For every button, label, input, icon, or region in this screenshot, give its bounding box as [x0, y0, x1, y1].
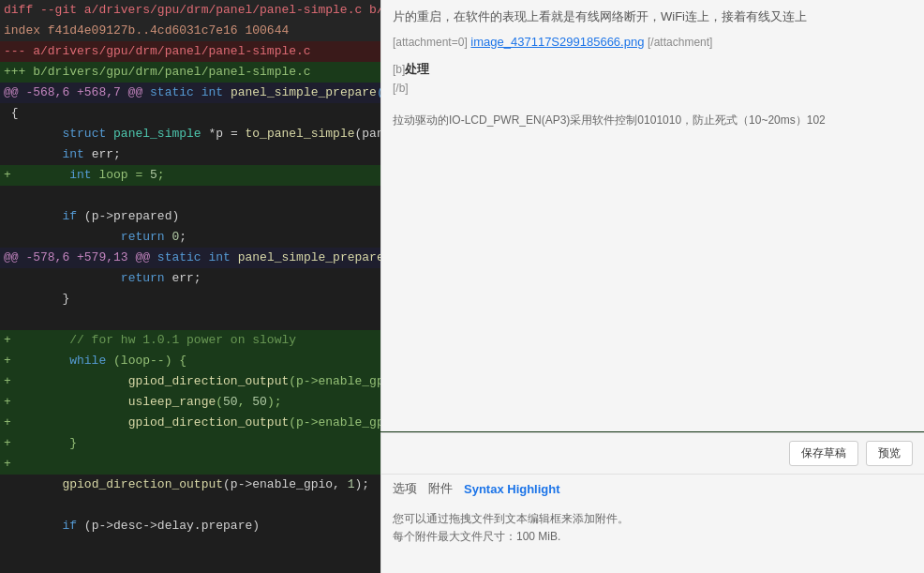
toolbar-buttons-row: 保存草稿 预览 [381, 433, 924, 475]
preview-button[interactable]: 预览 [866, 441, 913, 466]
attachment-tag-close: [/attachment] [648, 36, 712, 49]
toolbar-note: 您可以通过拖拽文件到文本编辑框来添加附件。 每个附件最大文件尺寸：100 MiB… [381, 503, 924, 553]
forum-spacer2 [393, 98, 913, 106]
forum-b-end: [/b] [393, 79, 913, 98]
toolbar-tabs-row: 选项 附件 Syntax Highlight [381, 475, 924, 503]
attachment-tag-open: [attachment=0] [393, 36, 468, 49]
forum-content: 片的重启，在软件的表现上看就是有线网络断开，WiFi连上，接着有线又连上 [at… [381, 0, 924, 137]
toolbar-note-line2: 每个附件最大文件尺寸：100 MiB. [393, 528, 913, 546]
forum-description: 拉动驱动的IO-LCD_PWR_EN(AP3)采用软件控制0101010，防止死… [393, 112, 913, 129]
tab-attachments[interactable]: 附件 [428, 480, 453, 497]
forum-overlay: 片的重启，在软件的表现上看就是有线网络断开，WiFi连上，接着有线又连上 [at… [380, 0, 924, 431]
forum-b-text: 处理 [405, 62, 429, 76]
bottom-toolbar: 保存草稿 预览 选项 附件 Syntax Highlight 您可以通过拖拽文件… [380, 432, 924, 573]
b-open: [b] [393, 63, 405, 76]
tab-syntax-highlight[interactable]: Syntax Highlight [464, 482, 560, 496]
forum-scroll-text: 片的重启，在软件的表现上看就是有线网络断开，WiFi连上，接着有线又连上 [393, 8, 913, 27]
forum-b-tag: [b]处理 [393, 60, 913, 80]
tab-options[interactable]: 选项 [393, 480, 417, 497]
save-draft-button[interactable]: 保存草稿 [789, 441, 858, 466]
forum-image-link[interactable]: image_437117S299185666.png [470, 35, 644, 49]
forum-attachment-line: [attachment=0] image_437117S299185666.pn… [393, 33, 913, 53]
forum-spacer [393, 53, 913, 60]
b-close: [/b] [393, 82, 409, 95]
toolbar-note-line1: 您可以通过拖拽文件到文本编辑框来添加附件。 [393, 510, 913, 528]
